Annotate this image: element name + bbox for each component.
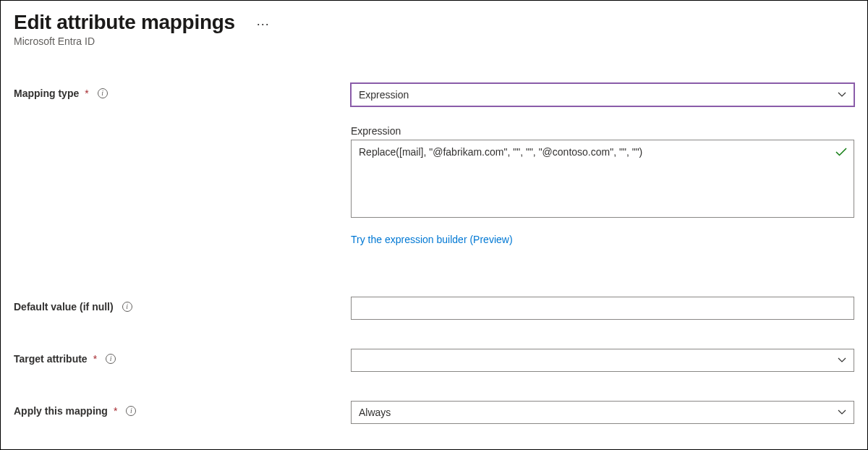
required-marker: * — [114, 405, 117, 417]
expression-builder-link[interactable]: Try the expression builder (Preview) — [351, 234, 513, 245]
mapping-type-label: Mapping type — [14, 88, 79, 99]
page-title: Edit attribute mappings — [14, 11, 235, 34]
mapping-type-select[interactable]: Expression — [351, 83, 854, 106]
page-subtitle: Microsoft Entra ID — [14, 35, 854, 47]
default-value-input[interactable] — [351, 297, 854, 320]
info-icon[interactable]: i — [106, 354, 116, 364]
target-attribute-label: Target attribute — [14, 353, 88, 365]
info-icon[interactable]: i — [126, 406, 136, 416]
info-icon[interactable]: i — [98, 88, 108, 98]
more-icon[interactable]: ··· — [257, 14, 270, 32]
mapping-type-value: Expression — [359, 89, 409, 101]
target-attribute-select[interactable] — [351, 349, 854, 372]
chevron-down-icon — [838, 357, 846, 363]
required-marker: * — [93, 353, 97, 365]
chevron-down-icon — [838, 409, 846, 415]
apply-mapping-select[interactable]: Always — [351, 401, 854, 424]
default-value-label: Default value (if null) — [14, 301, 114, 313]
apply-mapping-label: Apply this mapping — [14, 405, 108, 417]
info-icon[interactable]: i — [122, 302, 132, 312]
required-marker: * — [85, 88, 88, 99]
apply-mapping-value: Always — [359, 407, 391, 418]
chevron-down-icon — [838, 92, 846, 98]
checkmark-icon — [835, 147, 847, 160]
expression-sub-label: Expression — [351, 125, 854, 137]
expression-textarea[interactable] — [351, 140, 854, 218]
